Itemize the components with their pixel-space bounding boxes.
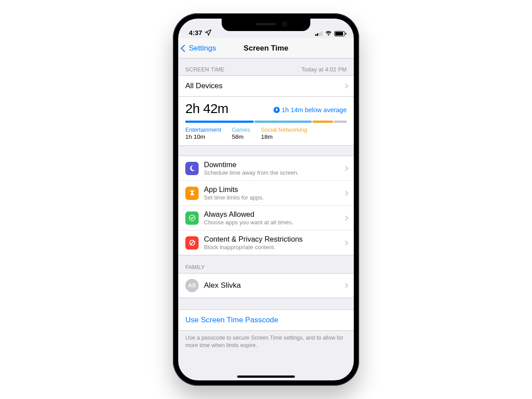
family-member-row[interactable]: AS Alex Slivka [178, 273, 354, 298]
option-subtitle: Set time limits for apps. [204, 194, 264, 201]
category: Games 58m [232, 126, 261, 140]
category-time: 58m [232, 133, 250, 140]
device-row[interactable]: All Devices [178, 75, 354, 97]
delta-text: 1h 14m below average [282, 106, 347, 113]
category-name: Entertainment [185, 126, 221, 133]
check-icon [185, 211, 199, 225]
avatar: AS [185, 279, 199, 292]
chevron-right-icon [343, 83, 348, 88]
family-section-header: Family [178, 255, 354, 273]
status-time: 4:37 [189, 29, 202, 36]
screen: 4:37 Settings Screen Time Screen [178, 19, 354, 380]
option-row[interactable]: Always Allowed Choose apps you want at a… [178, 205, 354, 230]
passcode-footer: Use a passcode to secure Screen Time set… [178, 331, 354, 349]
option-row[interactable]: Downtime Schedule time away from the scr… [178, 156, 354, 180]
chevron-left-icon [181, 44, 188, 52]
chevron-right-icon [343, 283, 348, 288]
category-time: 18m [261, 133, 307, 140]
chevron-right-icon [343, 240, 348, 245]
bar-segment [254, 121, 312, 123]
option-title: Content & Privacy Restrictions [204, 235, 303, 243]
wifi-icon [325, 31, 332, 36]
option-subtitle: Choose apps you want at all times. [204, 219, 293, 226]
svg-line-2 [190, 241, 194, 245]
home-indicator[interactable] [237, 376, 295, 378]
chevron-right-icon [343, 191, 348, 196]
passcode-link-row[interactable]: Use Screen Time Passcode [178, 309, 354, 331]
arrow-down-icon [274, 107, 280, 113]
summary-section-header: Screen Time Today at 4:02 PM [178, 59, 354, 75]
total-time: 2h 42m [185, 101, 228, 116]
device-row-label: All Devices [185, 82, 223, 90]
bar-segment [185, 121, 254, 123]
category: Social Networking 18m [261, 126, 318, 140]
family-member-name: Alex Slivka [204, 281, 241, 290]
option-title: Always Allowed [204, 210, 293, 219]
option-row[interactable]: Content & Privacy Restrictions Block ina… [178, 230, 354, 255]
nosign-icon [185, 236, 199, 250]
notch [222, 19, 310, 31]
location-icon [204, 29, 212, 36]
cellular-icon [315, 31, 323, 36]
passcode-link-label: Use Screen Time Passcode [185, 316, 278, 324]
nav-bar: Settings Screen Time [178, 38, 354, 59]
moon-icon [185, 162, 199, 175]
usage-summary-card[interactable]: 2h 42m 1h 14m below average Entertainmen… [178, 97, 354, 146]
option-subtitle: Block inappropriate content. [204, 244, 303, 250]
category-name: Social Networking [261, 126, 307, 133]
category: Entertainment 1h 10m [185, 126, 232, 140]
bar-segment [313, 121, 333, 123]
back-label: Settings [189, 44, 216, 53]
usage-bar-chart [185, 121, 347, 123]
delta-vs-average: 1h 14m below average [274, 106, 347, 113]
section-header-right: Today at 4:02 PM [301, 66, 347, 73]
back-button[interactable]: Settings [182, 44, 216, 53]
chevron-right-icon [343, 166, 348, 171]
battery-icon [334, 31, 345, 36]
section-header-left: Screen Time [185, 66, 225, 73]
phone-frame: 4:37 Settings Screen Time Screen [173, 13, 359, 386]
option-title: App Limits [204, 185, 264, 194]
category-breakdown: Entertainment 1h 10mGames 58mSocial Netw… [185, 126, 347, 140]
option-subtitle: Schedule time away from the screen. [204, 169, 299, 176]
content-scroll[interactable]: Screen Time Today at 4:02 PM All Devices… [178, 59, 354, 380]
bar-segment-remainder [334, 121, 347, 123]
option-row[interactable]: App Limits Set time limits for apps. [178, 180, 354, 205]
chevron-right-icon [343, 215, 348, 220]
hourglass-icon [185, 187, 199, 200]
option-title: Downtime [204, 160, 299, 169]
options-group: Downtime Schedule time away from the scr… [178, 156, 354, 255]
category-name: Games [232, 126, 250, 133]
category-time: 1h 10m [185, 133, 221, 140]
